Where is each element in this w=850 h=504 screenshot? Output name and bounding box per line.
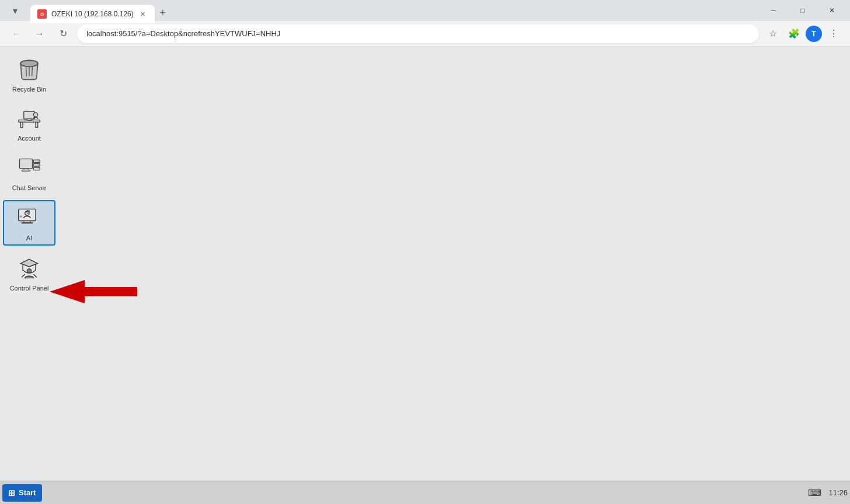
clock: 11:26 [828,488,848,497]
account-icon[interactable]: Account [3,102,55,145]
back-button[interactable]: ← [7,24,26,43]
svg-point-30 [27,269,31,273]
taskbar: ⊞ Start ⌨ 11:26 [0,481,850,504]
tab-title: OZEKI 10 (192.168.0.126) [51,10,134,18]
svg-rect-15 [33,160,40,163]
svg-text:AI: AI [20,215,22,218]
address-bar-row: ← → ↻ ☆ 🧩 T ⋮ [0,21,850,47]
svg-marker-29 [20,260,37,267]
svg-rect-9 [27,119,31,121]
recycle-bin-label: Recycle Bin [12,85,46,93]
start-button[interactable]: ⊞ Start [2,484,42,502]
svg-point-11 [33,113,37,117]
desktop: Recycle Bin [0,47,850,481]
chat-server-label: Chat Server [12,184,47,192]
svg-rect-12 [20,159,33,169]
recycle-bin-icon[interactable]: Recycle Bin [3,52,55,96]
recycle-bin-image [15,55,43,83]
browser-frame: ▾ O OZEKI 10 (192.168.0.126) ✕ + ─ □ ✕ ←… [0,0,850,504]
control-panel-image [15,254,43,282]
control-panel-label: Control Panel [10,284,49,292]
start-icon: ⊞ [8,488,15,498]
svg-rect-25 [22,222,32,223]
svg-line-31 [22,274,25,278]
svg-marker-33 [50,280,137,303]
window-controls: ─ □ ✕ [760,1,845,20]
ai-label: AI [26,234,32,242]
svg-rect-6 [20,123,23,128]
tab-area: O OZEKI 10 (192.168.0.126) ✕ + [30,0,755,21]
svg-line-2 [26,66,27,76]
new-tab-button[interactable]: + [155,5,171,21]
account-image [15,104,43,132]
ai-icon[interactable]: AI AI [3,200,55,246]
svg-point-18 [38,164,39,166]
svg-line-32 [33,274,36,278]
bookmark-button[interactable]: ☆ [764,24,782,43]
maximize-button[interactable]: □ [789,1,816,20]
profile-button[interactable]: T [806,26,822,42]
ai-image: AI [15,204,43,232]
svg-rect-14 [22,170,30,171]
svg-rect-17 [33,163,40,166]
account-label: Account [18,134,41,142]
extensions-button[interactable]: 🧩 [785,24,803,43]
control-panel-icon[interactable]: Control Panel [3,251,55,295]
taskbar-right: ⌨ 11:26 [806,485,848,501]
address-input[interactable] [77,24,759,43]
tab-favicon: O [37,9,47,19]
start-label: Start [19,488,36,497]
minimize-button[interactable]: ─ [760,1,787,20]
active-tab[interactable]: O OZEKI 10 (192.168.0.126) ✕ [30,5,155,23]
svg-rect-7 [36,123,38,128]
svg-rect-19 [33,167,40,170]
dropdown-btn[interactable]: ▾ [7,2,23,19]
forward-button[interactable]: → [30,24,49,43]
svg-point-1 [20,60,37,66]
desktop-icons-area: Recycle Bin [3,52,55,295]
title-bar: ▾ O OZEKI 10 (192.168.0.126) ✕ + ─ □ ✕ [0,0,850,21]
svg-rect-8 [24,111,34,119]
menu-button[interactable]: ⋮ [824,24,843,43]
keyboard-icon[interactable]: ⌨ [806,485,824,501]
svg-point-16 [38,160,39,162]
tab-close-button[interactable]: ✕ [138,9,148,19]
close-button[interactable]: ✕ [818,1,845,20]
svg-line-4 [32,66,33,76]
reload-button[interactable]: ↻ [54,24,72,43]
svg-point-20 [38,168,39,169]
chat-server-image [15,153,43,181]
toolbar-right: ☆ 🧩 T ⋮ [764,24,843,43]
red-arrow-annotation [50,277,137,306]
svg-rect-10 [25,121,34,123]
chat-server-icon[interactable]: Chat Server [3,151,55,194]
tab-navigation: ▾ [5,2,26,19]
